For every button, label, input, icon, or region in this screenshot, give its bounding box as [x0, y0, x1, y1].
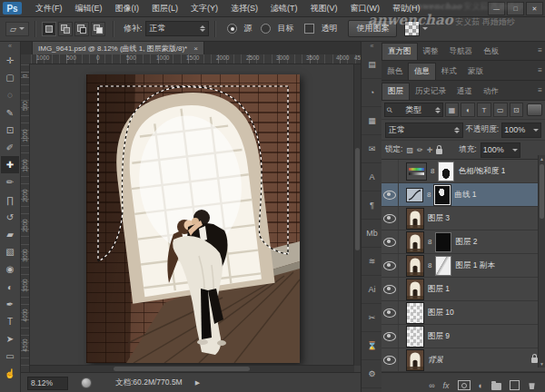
dock-panel-icon-6[interactable]: ¶	[362, 191, 382, 220]
menu-help[interactable]: 帮助(H)	[386, 0, 427, 16]
panel-menu-icon[interactable]: ≡	[538, 46, 542, 54]
horizontal-ruler[interactable]: 1000 500 0 500 1000 1500 2000 2500 3000 …	[29, 54, 361, 64]
canvas-area[interactable]	[29, 64, 361, 372]
zoom-level-field[interactable]: 8.12%	[27, 377, 68, 390]
layer-row[interactable]: 图层 3	[382, 207, 545, 230]
dock-panel-icon-8[interactable]: ≋	[362, 248, 382, 276]
tab-channels[interactable]: 通道	[451, 83, 478, 100]
type-tool[interactable]: T	[1, 313, 19, 330]
clone-stamp-tool[interactable]: ∏	[1, 191, 19, 209]
layer-thumbnail[interactable]	[406, 279, 424, 300]
visibility-toggle[interactable]	[382, 301, 399, 324]
dock-panel-icon-12[interactable]: ⚙	[362, 360, 382, 388]
layer-effects-icon[interactable]: fx	[443, 381, 450, 390]
scroll-up-icon[interactable]: ▲	[539, 155, 545, 162]
link-layers-icon[interactable]: ∞	[429, 381, 434, 390]
tab-actions[interactable]: 动作	[478, 83, 504, 100]
delete-layer-icon[interactable]	[528, 381, 536, 389]
visibility-toggle[interactable]	[382, 348, 399, 371]
visibility-toggle[interactable]	[382, 183, 399, 206]
layer-mask-thumbnail[interactable]	[435, 256, 451, 276]
pattern-dropdown-icon[interactable]	[422, 27, 428, 30]
new-adjustment-layer-icon[interactable]: ◐	[479, 381, 483, 390]
visibility-toggle[interactable]	[382, 278, 399, 300]
add-layer-mask-icon[interactable]	[458, 380, 471, 390]
hue-saturation-adjustment-icon[interactable]	[406, 162, 427, 181]
quick-selection-tool[interactable]: ✎	[1, 104, 19, 122]
filter-toggle-switch[interactable]	[527, 103, 542, 116]
layer-thumbnail-transparent[interactable]	[406, 302, 424, 324]
mask-link-icon[interactable]: 8	[428, 261, 431, 270]
dock-collapse-icon[interactable]: «	[371, 41, 374, 51]
layer-mask-thumbnail[interactable]	[435, 232, 451, 252]
eyedropper-tool[interactable]: ✐	[1, 139, 19, 156]
new-selection-mode[interactable]	[42, 22, 56, 36]
panel-menu-icon[interactable]: ≡	[538, 86, 542, 94]
dock-panel-icon-5[interactable]: A	[362, 163, 382, 191]
pen-tool[interactable]: ✒	[1, 296, 19, 313]
menu-file[interactable]: 文件(F)	[29, 0, 69, 16]
layer-row[interactable]: 图层 1	[382, 278, 545, 301]
marquee-tool[interactable]: ▢	[1, 69, 19, 86]
layer-row[interactable]: 8 图层 1 副本	[382, 254, 545, 278]
layer-row[interactable]: 图层 9	[382, 325, 545, 348]
opacity-field[interactable]: 100%	[501, 122, 541, 138]
scroll-down-icon[interactable]: ▼	[539, 360, 545, 368]
layer-row-selected[interactable]: 8 曲线 1	[382, 183, 545, 207]
tab-styles[interactable]: 样式	[436, 64, 462, 80]
lock-pixels-icon[interactable]: ✏	[417, 146, 423, 154]
dock-panel-icon-7[interactable]: Mb	[362, 220, 382, 248]
document-tab[interactable]: IMG_9641.psd @ 8.12% (曲线 1, 图层蒙版/8)* ×	[32, 41, 204, 54]
curves-adjustment-icon[interactable]	[406, 188, 423, 202]
lock-position-icon[interactable]: ✛	[427, 146, 433, 154]
mask-link-icon[interactable]: 8	[428, 238, 431, 246]
dock-panel-icon-2[interactable]: ◔	[362, 79, 382, 107]
dock-panel-icon-10[interactable]: ✂	[362, 304, 382, 332]
subtract-selection-mode[interactable]	[74, 22, 89, 36]
layer-thumbnail[interactable]	[406, 208, 424, 230]
layers-scrollbar[interactable]: ▲ ▼	[538, 155, 545, 368]
use-pattern-button[interactable]: 使用图案	[348, 20, 397, 37]
layer-row[interactable]: 8 色相/饱和度 1	[382, 160, 545, 183]
filter-type-layers-icon[interactable]: T	[477, 103, 491, 117]
patch-tool[interactable]: ✚	[1, 156, 19, 173]
tab-history[interactable]: 历史记录	[410, 83, 451, 100]
blur-tool[interactable]: ◉	[1, 260, 19, 278]
new-layer-icon[interactable]	[510, 380, 520, 390]
layer-thumbnail[interactable]	[406, 349, 424, 371]
blend-mode-select[interactable]: 正常	[385, 122, 463, 138]
canvas-horizontal-scrollbar[interactable]	[29, 365, 354, 372]
menu-filter[interactable]: 滤镜(T)	[264, 0, 304, 16]
mask-link-icon[interactable]: 8	[427, 191, 431, 199]
status-expand-icon[interactable]: ▶	[195, 379, 200, 387]
new-group-icon[interactable]	[491, 383, 501, 390]
crop-tool[interactable]: ⊡	[1, 122, 19, 139]
menu-type[interactable]: 文字(Y)	[184, 0, 224, 16]
dock-panel-icon-3[interactable]: ▦	[362, 107, 382, 135]
tab-layers[interactable]: 图层	[382, 83, 410, 100]
tab-color[interactable]: 颜色	[382, 64, 408, 80]
menu-view[interactable]: 视图(V)	[304, 0, 344, 16]
patch-mode-select[interactable]: 正常	[145, 21, 209, 36]
layer-row-background[interactable]: 背景	[382, 348, 545, 372]
brush-tool[interactable]: ✏	[1, 173, 19, 191]
target-radio[interactable]	[261, 24, 271, 34]
menu-image[interactable]: 图像(I)	[109, 0, 146, 16]
canvas-vertical-scrollbar[interactable]	[353, 64, 361, 366]
vertical-ruler[interactable]: 0 500 1000 1500 2000 2500 3000 3500 4000…	[20, 64, 30, 372]
menu-edit[interactable]: 编辑(E)	[69, 0, 109, 16]
panel-menu-icon[interactable]: ≡	[538, 66, 542, 74]
mask-link-icon[interactable]: 8	[431, 167, 434, 175]
tab-adjustments[interactable]: 调整	[418, 44, 444, 60]
source-radio[interactable]	[227, 24, 237, 34]
minimize-button[interactable]: —	[488, 2, 505, 15]
tool-preset-picker[interactable]: ▱	[5, 22, 29, 36]
dodge-tool[interactable]: ◐	[1, 278, 19, 295]
layer-row[interactable]: 8 图层 2	[382, 230, 545, 254]
toolbar-collapse-icon[interactable]: «	[8, 41, 12, 52]
lock-all-icon[interactable]	[436, 149, 442, 154]
eraser-tool[interactable]: ▰	[1, 226, 19, 243]
intersect-selection-mode[interactable]	[91, 22, 105, 36]
filter-kind-select[interactable]: ⚲ 类型	[384, 103, 443, 117]
lock-transparency-icon[interactable]: ▨	[406, 146, 413, 154]
